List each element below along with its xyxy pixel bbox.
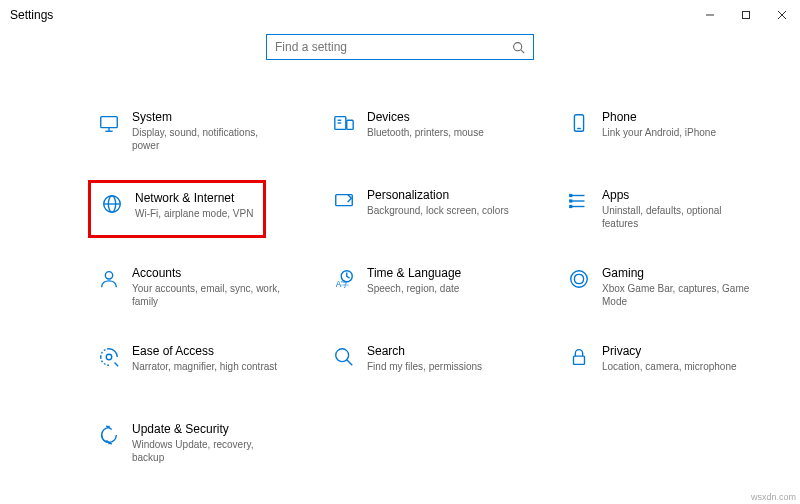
watermark: wsxdn.com [751, 492, 796, 502]
tile-apps[interactable]: Apps Uninstall, defaults, optional featu… [566, 180, 800, 238]
tile-title: System [132, 110, 282, 124]
tile-gaming[interactable]: Gaming Xbox Game Bar, captures, Game Mod… [566, 258, 800, 316]
phone-icon [566, 110, 592, 152]
maximize-button[interactable] [728, 0, 764, 30]
tile-title: Apps [602, 188, 752, 202]
tile-accounts[interactable]: Accounts Your accounts, email, sync, wor… [96, 258, 331, 316]
svg-rect-23 [570, 200, 572, 202]
window-title: Settings [10, 8, 53, 22]
tile-system[interactable]: System Display, sound, notifications, po… [96, 102, 331, 160]
svg-rect-24 [570, 206, 572, 208]
tile-desc: Your accounts, email, sync, work, family [132, 282, 282, 308]
svg-point-25 [105, 272, 112, 279]
tile-personalization[interactable]: Personalization Background, lock screen,… [331, 180, 566, 238]
tile-desc: Bluetooth, printers, mouse [367, 126, 484, 139]
tile-search[interactable]: Search Find my files, permissions [331, 336, 566, 394]
search-row [0, 34, 800, 60]
svg-rect-6 [101, 117, 118, 128]
svg-point-29 [106, 354, 112, 360]
globe-icon [99, 191, 125, 227]
tile-desc: Background, lock screen, colors [367, 204, 509, 217]
tile-desc: Location, camera, microphone [602, 360, 737, 373]
update-security-icon [96, 422, 122, 464]
settings-grid: System Display, sound, notifications, po… [0, 60, 800, 472]
tile-phone[interactable]: Phone Link your Android, iPhone [566, 102, 800, 160]
tile-desc: Narrator, magnifier, high contrast [132, 360, 277, 373]
tile-title: Accounts [132, 266, 282, 280]
tile-title: Phone [602, 110, 716, 124]
search-box[interactable] [266, 34, 534, 60]
tile-ease[interactable]: Ease of Access Narrator, magnifier, high… [96, 336, 331, 394]
gaming-icon [566, 266, 592, 308]
devices-icon [331, 110, 357, 152]
privacy-icon [566, 344, 592, 386]
tile-title: Time & Language [367, 266, 461, 280]
tile-title: Ease of Access [132, 344, 277, 358]
tile-desc: Link your Android, iPhone [602, 126, 716, 139]
tile-network[interactable]: Network & Internet Wi-Fi, airplane mode,… [88, 180, 266, 238]
tile-update[interactable]: Update & Security Windows Update, recove… [96, 414, 331, 472]
minimize-button[interactable] [692, 0, 728, 30]
svg-rect-22 [570, 195, 572, 197]
titlebar: Settings [0, 0, 800, 30]
search-input[interactable] [275, 40, 525, 54]
tile-title: Privacy [602, 344, 737, 358]
svg-line-32 [347, 360, 353, 366]
tile-desc: Windows Update, recovery, backup [132, 438, 282, 464]
svg-line-5 [521, 49, 524, 52]
svg-point-28 [571, 271, 588, 288]
window-controls [692, 0, 800, 30]
tile-devices[interactable]: Devices Bluetooth, printers, mouse [331, 102, 566, 160]
svg-rect-10 [347, 120, 353, 129]
svg-rect-33 [574, 356, 585, 364]
tile-title: Personalization [367, 188, 509, 202]
tile-desc: Uninstall, defaults, optional features [602, 204, 752, 230]
accounts-icon [96, 266, 122, 308]
tile-desc: Xbox Game Bar, captures, Game Mode [602, 282, 752, 308]
tile-timelang[interactable]: A字 Time & Language Speech, region, date [331, 258, 566, 316]
tile-desc: Speech, region, date [367, 282, 461, 295]
tile-desc: Display, sound, notifications, power [132, 126, 282, 152]
tile-desc: Find my files, permissions [367, 360, 482, 373]
tile-title: Devices [367, 110, 484, 124]
personalization-icon [331, 188, 357, 230]
svg-line-30 [115, 363, 119, 367]
ease-of-access-icon [96, 344, 122, 386]
close-button[interactable] [764, 0, 800, 30]
tile-privacy[interactable]: Privacy Location, camera, microphone [566, 336, 800, 394]
tile-title: Search [367, 344, 482, 358]
search-icon [512, 41, 525, 54]
apps-icon [566, 188, 592, 230]
svg-point-31 [336, 349, 349, 362]
time-language-icon: A字 [331, 266, 357, 308]
tile-title: Gaming [602, 266, 752, 280]
search-tile-icon [331, 344, 357, 386]
svg-rect-1 [743, 12, 750, 19]
svg-text:A字: A字 [336, 280, 350, 289]
tile-desc: Wi-Fi, airplane mode, VPN [135, 207, 253, 220]
svg-point-4 [514, 42, 522, 50]
tile-title: Update & Security [132, 422, 282, 436]
tile-title: Network & Internet [135, 191, 253, 205]
system-icon [96, 110, 122, 152]
